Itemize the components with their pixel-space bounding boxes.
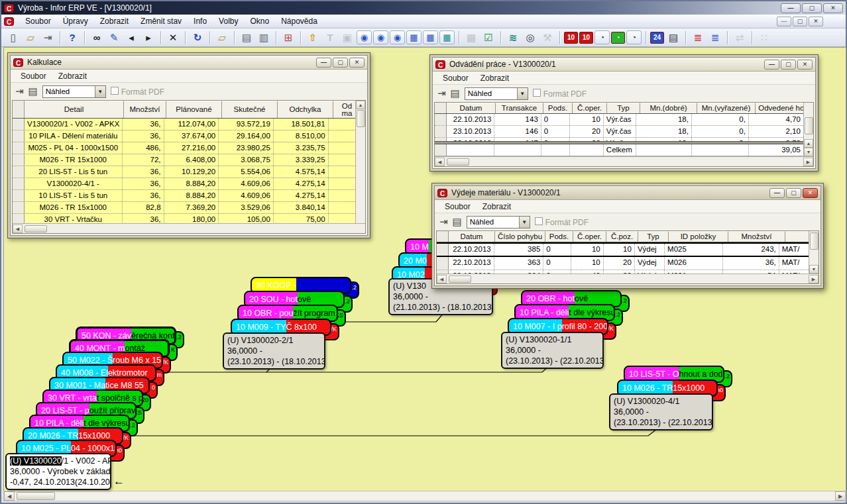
schedule-clock-1-icon[interactable]: ◔ (594, 30, 610, 44)
odvadeni-minimize-button[interactable]: — (764, 60, 779, 70)
restore-button[interactable]: ▢ (802, 3, 822, 13)
vydeje-title-bar[interactable]: C Výdeje materiálu - V1300020/1 — ▢ ✕ (435, 186, 820, 200)
menu-item[interactable]: Okno (244, 15, 275, 27)
find-icon[interactable]: ∞ (89, 30, 105, 45)
close-button[interactable]: ✕ (823, 3, 843, 13)
table-row[interactable]: M026 - TR 15x1000 82,8 7.369,20 3.529,06… (13, 202, 355, 214)
menu-item[interactable]: Zobrazit (478, 202, 516, 211)
order-info-box[interactable]: (U) V1300020/1 - V002 - AP36,0000 - Výro… (5, 453, 111, 490)
option-search-icon[interactable]: ≣ (707, 30, 723, 45)
zoom-monitor-3-icon[interactable]: ◉ (390, 30, 405, 44)
column-header[interactable]: Typ (638, 231, 669, 242)
view-mode-select[interactable]: Náhled▼ (465, 87, 528, 100)
column-header[interactable]: Datum (449, 231, 495, 242)
print-icon[interactable]: ▤ (451, 87, 460, 99)
delete-icon[interactable]: ✕ (165, 30, 181, 45)
move-order-10-icon[interactable]: 10 (564, 32, 578, 44)
odvadeni-restore-button[interactable]: ▢ (781, 60, 796, 70)
table-row[interactable]: 10 PILA - Dělení materiálu 36, 37.674,00… (13, 130, 355, 142)
menu-item[interactable]: Info (188, 15, 213, 27)
scroll-left-icon[interactable]: ◀ (437, 275, 447, 283)
exit-app-icon[interactable]: ⇥ (40, 30, 56, 45)
option-lines-icon[interactable]: ≣ (690, 30, 706, 45)
scroll-down-icon[interactable]: ▼ (809, 265, 819, 274)
vertical-scrollbar[interactable]: ▼ (809, 231, 819, 274)
scroll-right-icon[interactable]: ▶ (803, 158, 813, 166)
row-selector[interactable] (13, 130, 25, 142)
menu-item[interactable]: Soubor (16, 72, 51, 81)
column-header[interactable]: Pods. (545, 231, 573, 242)
horizontal-scrollbar[interactable]: ◀ ▶ (435, 156, 813, 166)
table-row[interactable]: V1300020/1 - V002 - APKX 1 36, 112.074,0… (13, 119, 355, 130)
column-header[interactable]: Odchylka (278, 101, 333, 118)
exit-icon[interactable]: ⇥ (439, 216, 448, 228)
scroll-down-icon[interactable]: ▼ (804, 148, 813, 156)
zoom-monitor-1-icon[interactable]: ◉ (357, 30, 372, 44)
menu-item[interactable]: Soubor (19, 15, 57, 27)
row-selector[interactable] (13, 190, 25, 201)
menu-item[interactable]: Volby (213, 15, 244, 27)
print-icon[interactable]: ▤ (239, 30, 254, 45)
previous-record-icon[interactable]: ◂ (123, 30, 139, 45)
scroll-left-icon[interactable]: ◀ (435, 158, 445, 166)
column-header[interactable]: Mn.(dobré) (640, 103, 697, 113)
column-header[interactable]: Pods. (543, 103, 573, 113)
menu-item[interactable]: Soubor (438, 74, 473, 83)
order-info-box[interactable]: (U) V1300020-2/136,0000 -(23.10.2013) - … (223, 332, 325, 370)
vydeje-restore-button[interactable]: ▢ (786, 188, 801, 198)
calendar-24-icon[interactable]: 24 (650, 32, 664, 44)
batch-cards-icon[interactable]: ⊞ (280, 30, 296, 45)
scroll-up-icon[interactable]: ▲ (804, 139, 813, 148)
mdi-restore-button[interactable]: ▢ (793, 17, 807, 26)
table-row[interactable]: 10 LIS-5T - Lis 5 tun 36, 8.884,20 4.609… (13, 190, 355, 202)
column-header[interactable]: Číslo pohybu (495, 231, 545, 242)
grid-view-2-icon[interactable]: ▦ (423, 30, 438, 44)
next-record-icon[interactable]: ▸ (141, 30, 156, 45)
menu-item[interactable]: Úpravy (57, 15, 94, 27)
column-header[interactable]: Datum (447, 103, 496, 113)
find-edit-icon[interactable]: ✎ (106, 30, 122, 45)
odvadeni-close-button[interactable]: ✕ (797, 60, 813, 70)
minimize-button[interactable]: — (781, 3, 801, 13)
row-selector[interactable] (13, 178, 25, 189)
menu-item[interactable]: Zobrazit (94, 15, 135, 27)
menu-item[interactable]: Soubor (440, 202, 475, 211)
vertical-scrollbar[interactable]: ▲ ▼ (803, 103, 813, 156)
grid-view-3-icon[interactable]: ▦ (439, 30, 455, 44)
generate-icon[interactable]: ≋ (505, 30, 521, 45)
print-icon[interactable]: ▤ (453, 216, 462, 228)
menu-item[interactable]: Nápověda (275, 15, 323, 27)
window-vydeje-materialu[interactable]: C Výdeje materiálu - V1300020/1 — ▢ ✕ So… (431, 183, 824, 289)
table-row[interactable]: 22.10.2013 363 0 10 20 Výdej M026 36, MA… (437, 257, 809, 270)
kalkulace-restore-button[interactable]: ▢ (333, 58, 348, 68)
new-document-icon[interactable]: ▯ (5, 30, 21, 45)
column-header[interactable]: Mn.(vyřazené) (697, 103, 756, 113)
check-list-icon[interactable]: ☑ (480, 30, 496, 45)
vertical-scrollbar[interactable]: ▲ (355, 101, 365, 223)
column-header[interactable]: Detail (25, 101, 124, 118)
open-folder-icon[interactable]: ▱ (214, 30, 230, 45)
menu-item[interactable]: Změnit stav (135, 15, 188, 27)
report-list-icon[interactable]: ▤ (665, 30, 681, 45)
view-mode-select[interactable]: Náhled▼ (467, 216, 530, 228)
column-header[interactable]: Transakce (496, 103, 543, 113)
order-info-box[interactable]: (U) V1300020-4/136,0000 -(23.10.2013) - … (609, 393, 713, 430)
grid-view-1-icon[interactable]: ▦ (406, 30, 422, 44)
row-selector[interactable] (13, 154, 25, 166)
column-header[interactable]: Č.poz. (606, 231, 638, 242)
column-header[interactable]: Č.oper. (573, 103, 607, 113)
zoom-monitor-2-icon[interactable]: ◉ (373, 30, 388, 44)
window-kalkulace[interactable]: C Kalkulace — ▢ ✕ SouborZobrazit ⇥ ▤ Náh… (7, 52, 370, 238)
menu-item[interactable]: Zobrazit (476, 74, 514, 83)
column-header[interactable]: ID položky (669, 231, 728, 242)
table-row[interactable]: 20 LIS-5T - Lis 5 tun 36, 10.129,20 5.55… (13, 166, 355, 178)
scroll-up-icon[interactable]: ▲ (356, 101, 365, 109)
table-row[interactable]: 22.10.2013 143 0 10 Výr.čas 18, 0, 4,70 (435, 114, 803, 126)
column-header[interactable]: Skutečné (222, 101, 278, 118)
send-up-icon[interactable]: ⇧ (305, 30, 321, 45)
schedule-clock-3-icon[interactable]: ◔ (626, 30, 642, 44)
mdi-minimize-button[interactable]: — (777, 17, 791, 26)
column-header[interactable]: Množství (728, 231, 785, 242)
kalkulace-close-button[interactable]: ✕ (349, 58, 365, 68)
exit-icon[interactable]: ⇥ (15, 85, 24, 97)
